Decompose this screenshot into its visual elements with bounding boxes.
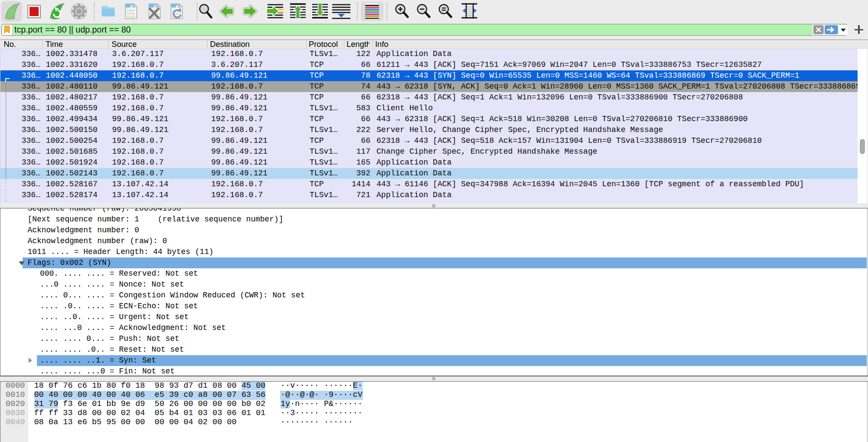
svg-text:01110: 01110 — [127, 15, 135, 18]
svg-text:01101: 01101 — [127, 12, 135, 15]
svg-text:01010: 01010 — [127, 9, 135, 12]
